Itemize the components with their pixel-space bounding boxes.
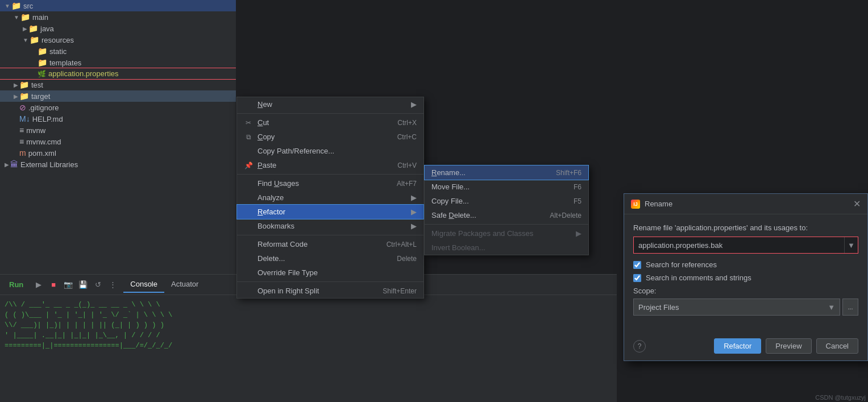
tree-item-templates[interactable]: ▶ 📁 templates: [0, 57, 236, 68]
actuator-tab-label: Actuator: [171, 280, 198, 288]
scope-dropdown[interactable]: Project Files ▼: [633, 299, 840, 316]
preview-button[interactable]: Preview: [766, 338, 811, 354]
menu-item-copypath[interactable]: Copy Path/Reference...: [237, 144, 423, 158]
menu-item-delete[interactable]: Delete... Delete: [237, 251, 423, 266]
dialog-title-left: IJ Rename: [631, 200, 672, 209]
tree-item-gitignore[interactable]: ▶ ⊘ .gitignore: [0, 102, 236, 113]
tree-label-java: java: [40, 24, 54, 33]
tab-actuator[interactable]: Actuator: [164, 276, 205, 293]
tree-item-helpmd[interactable]: ▶ M↓ HELP.md: [0, 113, 236, 125]
tree-item-mvnwcmd[interactable]: ▶ ≡ mvnw.cmd: [0, 136, 236, 147]
dialog-close-btn[interactable]: ✕: [853, 198, 861, 209]
folder-icon-src: 📁: [11, 1, 21, 10]
run-more-btn[interactable]: ⋮: [106, 279, 119, 291]
scope-dropdown-arrow: ▼: [828, 303, 835, 312]
menu-item-reformat[interactable]: Reformat Code Ctrl+Alt+L: [237, 237, 423, 251]
watermark: CSDN @tutgxuzyj: [815, 394, 866, 401]
cancel-button[interactable]: Cancel: [816, 338, 858, 354]
tree-item-test[interactable]: ▶ 📁 test: [0, 79, 236, 90]
menu-item-findusages[interactable]: Find Usages Alt+F7: [237, 176, 423, 190]
menu-item-overridefiletype[interactable]: Override File Type: [237, 266, 423, 280]
movefile-label: Move File...: [431, 183, 470, 191]
scope-more-btn[interactable]: ...: [842, 299, 858, 316]
dialog-dropdown-btn[interactable]: ▼: [844, 237, 858, 253]
divider-2: [237, 174, 423, 175]
submenu-rename[interactable]: Rename... Shift+F6: [425, 165, 588, 180]
intellij-logo-icon: IJ: [631, 200, 640, 209]
rename-dialog: IJ Rename ✕ Rename file 'application.pro…: [624, 193, 868, 361]
run-camera-btn[interactable]: 📷: [62, 279, 74, 291]
submenu-divider-1: [425, 224, 588, 225]
tree-item-extlib[interactable]: ▶ 🏛 External Libraries: [0, 159, 236, 170]
console-line-3: \\/ ___)| |_)| | | | | || (_| | ) ) ) ): [5, 320, 612, 330]
refactor-button[interactable]: Refactor: [714, 338, 761, 354]
tree-item-java[interactable]: ▶ 📁 java: [0, 23, 236, 34]
md-icon: M↓: [19, 114, 30, 123]
dialog-body: Rename file 'application.properties' and…: [624, 214, 867, 334]
run-save-btn[interactable]: 💾: [77, 279, 89, 291]
shortcut-openrightsplit: Shift+Enter: [383, 287, 417, 295]
tab-console[interactable]: Console: [123, 276, 164, 293]
invertboolean-label: Invert Boolean...: [431, 243, 485, 252]
tree-item-main[interactable]: ▼ 📁 main: [0, 11, 236, 23]
run-refresh-btn[interactable]: ↺: [92, 279, 104, 291]
menu-item-refactor[interactable]: Refactor ▶: [237, 205, 423, 219]
divider-4: [237, 281, 423, 282]
tree-item-resources[interactable]: ▼ 📁 resources: [0, 34, 236, 45]
checkbox-row-comments: Search in comments and strings: [633, 273, 858, 282]
tree-label-helpmd: HELP.md: [32, 115, 63, 123]
tree-label-src: src: [23, 2, 33, 10]
menu-label-paste: Paste: [258, 161, 276, 169]
checkbox-row-references: Search for references: [633, 260, 858, 269]
checkbox-label-comments: Search in comments and strings: [646, 273, 751, 282]
menu-item-openrightsplit[interactable]: Open in Right Split Shift+Enter: [237, 284, 423, 298]
shortcut-delete: Delete: [397, 255, 417, 263]
context-menu: New ▶ ✂ Cut Ctrl+X ⧉ Copy Ctrl+C Copy Pa…: [236, 97, 424, 299]
submenu-copyfile[interactable]: Copy File... F5: [425, 194, 588, 208]
console-line-1: /\\ / ___'_ __ _ _(_)_ __ __ _ \ \ \ \: [5, 300, 612, 310]
gitignore-icon: ⊘: [19, 103, 26, 112]
tree-item-mvnw[interactable]: ▶ ≡ mvnw: [0, 125, 236, 136]
checkbox-search-references[interactable]: [633, 261, 641, 269]
menu-item-bookmarks[interactable]: Bookmarks ▶: [237, 219, 423, 233]
menu-label-copy: Copy: [258, 132, 275, 141]
menu-item-new[interactable]: New ▶: [237, 97, 423, 111]
mvnw-icon: ≡: [19, 126, 24, 135]
checkbox-label-references: Search for references: [646, 260, 717, 269]
cut-icon: ✂: [244, 119, 253, 127]
help-button[interactable]: ?: [633, 340, 646, 353]
bookmarks-arrow: ▶: [411, 222, 417, 230]
submenu-migratepackages: Migrate Packages and Classes ▶: [425, 226, 588, 241]
checkbox-search-comments[interactable]: [633, 274, 641, 282]
safedelete-label: Safe Delete...: [431, 211, 476, 219]
dialog-title: Rename: [645, 200, 672, 208]
tree-item-target[interactable]: ▶ 📁 target: [0, 90, 236, 102]
menu-label-cut: Cut: [258, 118, 269, 127]
shortcut-copy: Ctrl+C: [397, 133, 417, 141]
submenu-invertboolean: Invert Boolean...: [425, 241, 588, 255]
tree-item-src[interactable]: ▼ 📁 src: [0, 0, 236, 11]
menu-label-reformat: Reformat Code: [258, 240, 308, 248]
dialog-footer: ? Refactor Preview Cancel: [624, 334, 867, 360]
tree-label-mvnw: mvnw: [26, 126, 45, 135]
submenu-safedelete[interactable]: Safe Delete... Alt+Delete: [425, 208, 588, 222]
menu-item-analyze[interactable]: Analyze ▶: [237, 190, 423, 205]
rename-label: Rename...: [431, 168, 466, 177]
rename-input[interactable]: [634, 238, 844, 253]
arrow-extlib: ▶: [5, 161, 9, 168]
menu-item-copy[interactable]: ⧉ Copy Ctrl+C: [237, 130, 423, 144]
folder-icon-java: 📁: [28, 24, 38, 33]
tree-item-static[interactable]: ▶ 📁 static: [0, 45, 236, 57]
shortcut-safedelete: Alt+Delete: [550, 212, 582, 219]
run-stop-btn[interactable]: ■: [47, 279, 60, 291]
spring-icon-app-prop: 🌿: [38, 70, 46, 78]
submenu-movefile[interactable]: Move File... F6: [425, 180, 588, 194]
tree-label-extlib: External Libraries: [20, 160, 78, 169]
tree-label-gitignore: .gitignore: [28, 103, 59, 112]
tree-item-pomxml[interactable]: ▶ m pom.xml: [0, 147, 236, 159]
menu-item-cut[interactable]: ✂ Cut Ctrl+X: [237, 115, 423, 130]
run-play-btn[interactable]: ▶: [32, 279, 45, 291]
menu-item-paste[interactable]: 📌 Paste Ctrl+V: [237, 158, 423, 172]
tree-item-app-properties[interactable]: ▶ 🌿 application.properties: [0, 68, 236, 79]
divider-3: [237, 235, 423, 235]
